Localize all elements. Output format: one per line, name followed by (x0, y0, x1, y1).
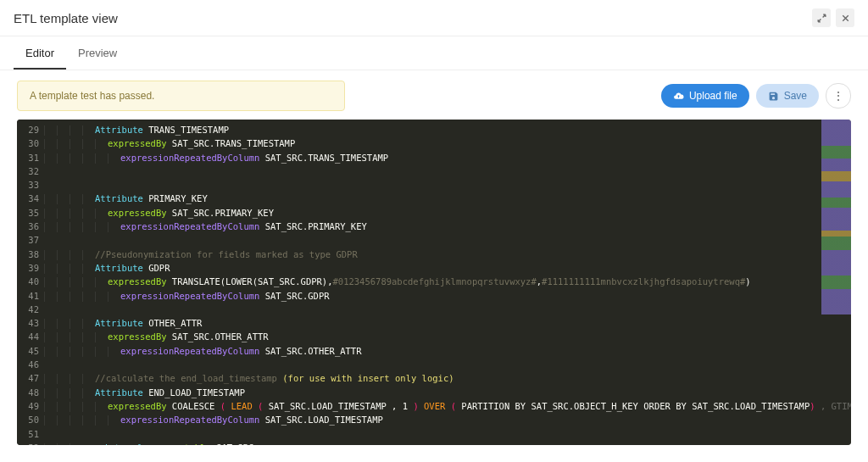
line-number: 34 (20, 192, 39, 205)
expand-icon[interactable] (812, 8, 831, 27)
line-number: 50 (20, 413, 39, 426)
line-number: 46 (20, 358, 39, 371)
code-line[interactable] (44, 303, 851, 316)
line-number: 38 (20, 248, 39, 261)
tab-preview[interactable]: Preview (66, 36, 129, 70)
code-line[interactable]: expressionRepeatedByColumn SAT_SRC.PRIMA… (44, 220, 851, 233)
code-line[interactable]: consists of source table SAT_SRC (44, 441, 851, 445)
more-menu-button[interactable]: ⋮ (826, 83, 851, 109)
line-number: 32 (20, 164, 39, 178)
code-line[interactable] (44, 178, 851, 192)
line-number: 42 (20, 303, 39, 316)
line-number: 37 (20, 233, 39, 247)
line-number: 39 (20, 261, 39, 275)
tab-editor[interactable]: Editor (14, 36, 66, 70)
line-number: 43 (20, 316, 39, 330)
code-line[interactable]: expressedBy SAT_SRC.PRIMARY_KEY (44, 206, 851, 220)
line-number: 45 (20, 344, 39, 358)
line-number: 48 (20, 386, 39, 399)
code-area[interactable]: Attribute TRANS_TIMESTAMPexpressedBy SAT… (44, 120, 851, 445)
close-icon[interactable] (836, 8, 854, 27)
line-number: 49 (20, 399, 39, 413)
code-line[interactable]: //Pseudonymization for fields marked as … (44, 248, 851, 261)
code-line[interactable] (44, 233, 851, 247)
alert-success: A template test has passed. (17, 81, 345, 111)
code-line[interactable]: Attribute TRANS_TIMESTAMP (44, 123, 851, 136)
code-line[interactable]: Attribute PRIMARY_KEY (44, 192, 851, 205)
modal: ETL template view Editor Preview A templ… (0, 0, 868, 462)
code-line[interactable]: //calculate the end_load_timestamp (for … (44, 371, 851, 385)
code-line[interactable]: expressedBy TRANSLATE(LOWER(SAT_SRC.GDPR… (44, 275, 851, 288)
code-line[interactable]: expressedBy COALESCE ( LEAD ( SAT_SRC.LO… (44, 399, 851, 413)
line-number: 51 (20, 427, 39, 441)
upload-label: Upload file (689, 90, 737, 102)
upload-file-button[interactable]: Upload file (661, 84, 749, 108)
line-number: 31 (20, 151, 39, 164)
tabs: Editor Preview (0, 36, 868, 70)
code-line[interactable] (44, 427, 851, 441)
code-line[interactable]: Attribute OTHER_ATTR (44, 316, 851, 330)
code-line[interactable] (44, 358, 851, 371)
code-line[interactable]: expressionRepeatedByColumn SAT_SRC.LOAD_… (44, 413, 851, 426)
code-line[interactable]: expressedBy SAT_SRC.OTHER_ATTR (44, 330, 851, 343)
line-number: 35 (20, 206, 39, 220)
cloud-upload-icon (673, 91, 684, 102)
code-line[interactable] (44, 164, 851, 178)
code-editor[interactable]: 2930313233343536373839404142434445464748… (17, 120, 851, 445)
more-vertical-icon: ⋮ (832, 89, 844, 103)
code-line[interactable]: expressedBy SAT_SRC.TRANS_TIMESTAMP (44, 136, 851, 150)
line-number: 30 (20, 136, 39, 150)
code-editor-wrap: 2930313233343536373839404142434445464748… (17, 120, 851, 445)
line-number: 44 (20, 330, 39, 343)
code-line[interactable]: expressionRepeatedByColumn SAT_SRC.GDPR (44, 289, 851, 303)
line-number: 41 (20, 289, 39, 303)
line-number: 47 (20, 371, 39, 385)
header-actions (812, 8, 854, 27)
line-number: 40 (20, 275, 39, 288)
code-line[interactable]: expressionRepeatedByColumn SAT_SRC.TRANS… (44, 151, 851, 164)
code-line[interactable]: Attribute GDPR (44, 261, 851, 275)
save-icon (768, 91, 779, 102)
modal-header: ETL template view (0, 0, 868, 36)
save-label: Save (784, 90, 807, 102)
line-number: 33 (20, 178, 39, 192)
minimap[interactable] (821, 120, 851, 445)
code-line[interactable]: Attribute END_LOAD_TIMESTAMP (44, 386, 851, 399)
modal-title: ETL template view (14, 11, 812, 25)
line-number: 36 (20, 220, 39, 233)
code-line[interactable]: expressionRepeatedByColumn SAT_SRC.OTHER… (44, 344, 851, 358)
line-number: 52 (20, 441, 39, 445)
line-gutter: 2930313233343536373839404142434445464748… (17, 120, 44, 445)
line-number: 29 (20, 123, 39, 136)
toolbar: A template test has passed. Upload file … (0, 70, 868, 120)
save-button[interactable]: Save (756, 84, 819, 108)
